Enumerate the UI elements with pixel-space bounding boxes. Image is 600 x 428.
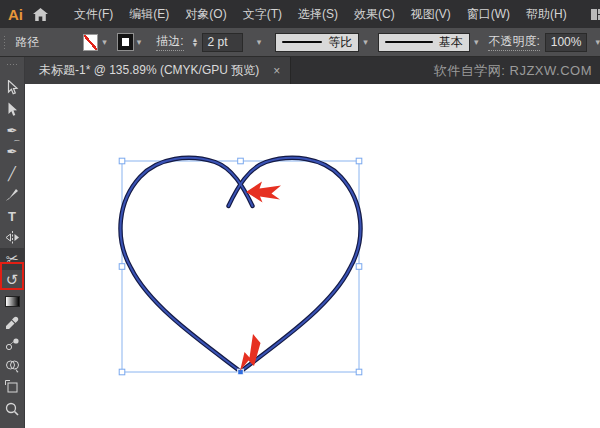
width-profile-dropdown[interactable]: 等比 xyxy=(275,33,359,52)
handle-bottom-left[interactable] xyxy=(119,369,125,375)
heart-left-curve xyxy=(120,158,252,372)
heart-left-curve-outer xyxy=(120,158,252,372)
pen-tool[interactable]: ✒ xyxy=(0,120,25,141)
fill-none-swatch[interactable] xyxy=(83,34,98,51)
panel-grip[interactable] xyxy=(3,35,7,50)
menu-type[interactable]: 文字(T) xyxy=(235,0,290,28)
artboard-tool[interactable] xyxy=(0,376,25,397)
opacity-label[interactable]: 不透明度: xyxy=(488,33,539,51)
menu-select[interactable]: 选择(S) xyxy=(290,0,346,28)
stroke-weight-input[interactable]: 2 pt xyxy=(202,33,243,52)
chevron-down-icon[interactable]: ▾ xyxy=(137,38,142,47)
selection-bounding-box[interactable] xyxy=(122,161,359,372)
handle-middle-left[interactable] xyxy=(119,264,125,270)
handle-top-right[interactable] xyxy=(356,158,362,164)
stroke-weight-value: 2 pt xyxy=(208,35,228,49)
workspace-icon xyxy=(591,9,600,20)
reflect-tool[interactable] xyxy=(0,227,25,248)
document-tab-bar: 未标题-1* @ 135.89% (CMYK/GPU 预览) × 软件自学网: … xyxy=(25,57,600,84)
stroke-weight-stepper[interactable]: ▲▼ xyxy=(192,37,199,47)
menu-bar: Ai 文件(F) 编辑(E) 对象(O) 文字(T) 选择(S) 效果(C) 视… xyxy=(0,0,600,28)
handle-bottom-right[interactable] xyxy=(356,369,362,375)
rotate-tool[interactable]: ↺ xyxy=(0,270,25,291)
menu-object[interactable]: 对象(O) xyxy=(177,0,234,28)
selection-tool[interactable] xyxy=(0,77,25,98)
menu-effect[interactable]: 效果(C) xyxy=(346,0,403,28)
line-segment-tool[interactable]: ╱ xyxy=(0,163,25,184)
opacity-input[interactable]: 100% xyxy=(545,33,588,52)
stroke-color-swatch[interactable] xyxy=(118,34,133,50)
chevron-down-icon[interactable]: ▾ xyxy=(363,38,368,47)
workspace-switcher[interactable]: ▾ xyxy=(591,9,600,20)
zoom-tool[interactable] xyxy=(0,398,25,419)
control-bar: 路径 ▾ ▾ 描边: ▲▼ 2 pt ▾ 等比 ▾ 基本 ▾ 不透明度: 100… xyxy=(0,28,600,57)
eyedropper-tool[interactable] xyxy=(0,312,25,333)
type-tool[interactable]: T xyxy=(0,205,25,226)
paintbrush-tool[interactable] xyxy=(0,184,25,205)
width-profile-preview xyxy=(282,41,322,44)
app-logo[interactable]: Ai xyxy=(8,6,23,23)
opacity-value: 100% xyxy=(551,35,582,49)
handle-top-center[interactable] xyxy=(238,158,244,164)
selection-handles[interactable] xyxy=(119,158,362,375)
document-title: 未标题-1* @ 135.89% (CMYK/GPU 预览) xyxy=(39,62,259,79)
panel-grip[interactable] xyxy=(6,63,18,67)
chevron-down-icon[interactable]: ▾ xyxy=(595,38,600,47)
direct-selection-tool[interactable] xyxy=(0,98,25,119)
brush-preview xyxy=(385,41,433,44)
brush-definition-value: 基本 xyxy=(439,34,463,51)
handle-middle-right[interactable] xyxy=(356,264,362,270)
scissors-tool[interactable]: ✂ xyxy=(0,248,25,269)
illustrator-window: Ai 文件(F) 编辑(E) 对象(O) 文字(T) 选择(S) 效果(C) 视… xyxy=(0,0,600,428)
heart-path[interactable] xyxy=(120,158,360,372)
shape-builder-tool[interactable] xyxy=(0,355,25,376)
document-tab[interactable]: 未标题-1* @ 135.89% (CMYK/GPU 预览) × xyxy=(25,57,291,84)
width-profile-value: 等比 xyxy=(328,34,352,51)
menu-view[interactable]: 视图(V) xyxy=(403,0,459,28)
chevron-down-icon[interactable]: ▾ xyxy=(474,38,479,47)
heart-right-curve xyxy=(229,158,361,372)
gradient-swatch xyxy=(5,296,20,307)
home-icon[interactable] xyxy=(33,4,48,24)
close-icon[interactable]: × xyxy=(273,64,280,78)
chevron-down-icon[interactable]: ▾ xyxy=(102,38,107,47)
gradient-tool[interactable] xyxy=(0,291,25,312)
chevron-down-icon[interactable]: ▾ xyxy=(257,38,262,47)
annotation-arrows xyxy=(240,182,281,372)
menu-edit[interactable]: 编辑(E) xyxy=(121,0,177,28)
handle-top-left[interactable] xyxy=(119,158,125,164)
selection-type-label: 路径 xyxy=(15,34,39,51)
stroke-weight-label[interactable]: 描边: xyxy=(156,33,183,51)
heart-right-curve-outer xyxy=(229,158,361,372)
menu-window[interactable]: 窗口(W) xyxy=(459,0,518,28)
watermark-text: 软件自学网: RJZXW.COM xyxy=(434,57,592,84)
blend-tool[interactable] xyxy=(0,334,25,355)
tools-panel: ✒ ✒⌒ ╱ T ✂ ↺ xyxy=(0,57,25,428)
menu-file[interactable]: 文件(F) xyxy=(66,0,121,28)
menu-help[interactable]: 帮助(H) xyxy=(518,0,575,28)
curvature-tool[interactable]: ✒⌒ xyxy=(0,141,25,162)
brush-definition-dropdown[interactable]: 基本 xyxy=(378,33,470,52)
